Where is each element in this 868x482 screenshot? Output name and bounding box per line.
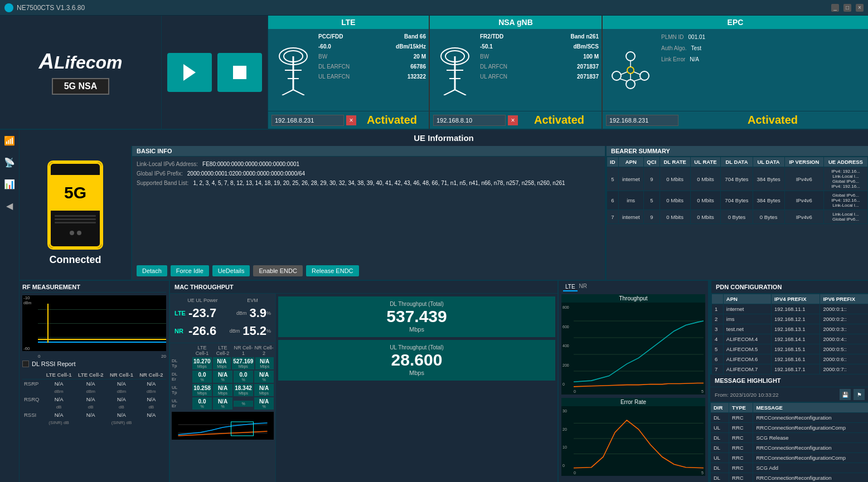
svg-line-24 [633,79,642,81]
band-list-row: Supported Band List: 1, 2, 3, 4, 5, 7, 8… [137,178,600,188]
bearer-addr-3: Link-Local I...Global IPv6... [823,210,867,224]
epc-badge: EPC [603,16,868,29]
bearer-table: ID APN QCI DL RATE UL RATE DL DATA UL DA… [607,157,868,224]
nr-evm-unit: % [266,328,271,334]
error-rate-chart: Error Rate 30 20 10 0 [561,398,705,476]
message-action-icons: 💾 ⚑ [840,389,865,400]
throughput-chart-title: Throughput [561,294,705,303]
epc-footer: Activated [603,111,868,129]
maximize-button[interactable]: □ [843,4,851,12]
rssi-checkbox[interactable] [22,361,29,367]
nsa-ip-input[interactable] [433,115,506,126]
nr-evm-value: 15.2 [243,324,266,338]
rf-chart: -10 -60 dBm [22,295,166,351]
release-endc-button[interactable]: Release ENDC [306,265,359,276]
rsrq-row: RSRQ N/AN/AN/AN/A [22,395,166,403]
close-button[interactable]: × [856,4,864,12]
rf-col-lte2: LTE Cell-2 [75,371,106,379]
throughput-chart: Throughput 800 600 400 200 0 [561,294,705,395]
pdn-col-num [712,294,724,304]
lte-band: Band 66 [404,32,426,42]
nr-power-unit: dBm [230,328,240,334]
nsa-disconnect-button[interactable]: × [508,115,518,125]
lte-card-body: PCC/FDD Band 66 -60.0 dBm/15kHz BW 20 M … [268,29,429,111]
lte-footer: × Activated [268,111,429,129]
left-sidebar: 📶 📡 📊 ◀ [0,130,20,482]
header: ALifecom 5G NSA LTE [0,16,868,130]
lte-evm-unit: % [266,310,271,316]
message-save-button[interactable]: 💾 [840,389,851,400]
nsa-dl-label: DL ARFCN [480,62,507,72]
lte-info: PCC/FDD Band 66 -60.0 dBm/15kHz BW 20 M … [318,29,429,111]
sidebar-chart-icon[interactable]: 📊 [4,179,15,189]
lte-dl-label: DL EARFCN [318,62,350,72]
lte-tab[interactable]: LTE [563,283,578,291]
lte-ul-val: 132322 [408,72,426,82]
detach-button[interactable]: Detach [137,265,167,276]
lte-ip-input[interactable] [271,115,344,126]
plmn-label: PLMN ID [661,32,684,43]
bearer-section: BEARER SUMMARY ID APN QCI DL RATE UL [606,146,868,280]
logo-section: ALifecom 5G NSA [0,16,162,129]
nsa-activated-text: Activated [520,114,598,126]
force-idle-button[interactable]: Force Idle [171,265,209,276]
evm-label: EVM [247,298,258,303]
title-bar-text: NE7500CTS V1.3.6.80 [17,4,831,12]
msg-col-message: MESSAGE [753,403,868,413]
pdn-row: 7ALIFECOM.7192.168.17.12000:0:7:: [712,364,869,374]
lte-mode: PCC/FDD [318,32,343,42]
lte-evm-value: 3.9 [249,306,266,320]
nsa-bw-label: BW [480,52,489,62]
nsa-bw: 100 M [583,52,599,62]
bearer-scroll[interactable]: ID APN QCI DL RATE UL RATE DL DATA UL DA… [607,157,868,280]
svg-line-5 [282,90,293,95]
minimize-button[interactable]: _ [831,4,839,12]
lte-disconnect-button[interactable]: × [346,115,356,125]
rssi-row: RSSI N/AN/AN/AN/A [22,411,166,419]
main-container: ALifecom 5G NSA LTE [0,16,868,482]
bearer-col-apn: APN [618,157,643,167]
nsa-card: NSA gNB FR2/TDD Ba [430,16,603,129]
nr-ul-power-value: -26.6 [188,324,230,338]
lte-dl-val: 66786 [410,62,426,72]
basic-info-content: Link-Local IPv6 Address: FE80:0000:0000:… [132,157,605,262]
rf-spike [47,304,49,343]
message-filter-button[interactable]: ⚑ [854,389,865,400]
sidebar-antenna-icon[interactable]: 📡 [4,157,15,168]
pdn-col-ipv6: IPV6 PREFIX [820,294,868,304]
nr-signal-line [38,342,166,343]
sidebar-wifi-icon[interactable]: 📶 [4,135,15,146]
bearer-col-dldata: DL DATA [721,157,753,167]
message-row: DLRRCRRCConnectionReconfiguration [711,413,869,423]
lte-card: LTE PCC/FDD [268,16,430,129]
error-rate-title: Error Rate [561,398,705,406]
bearer-row-3: 7internet90 Mbits0 Mbits0 Bytes0 BytesIP… [607,210,868,224]
rsrp-unit-row: dBmdBmdBmdBm [22,388,166,395]
basic-info-section: BASIC INFO Link-Local IPv6 Address: FE80… [131,146,606,280]
nsa-mode: FR2/TDD [480,32,503,42]
rsrq-unit-row: dBdBdBdB [22,403,166,411]
rf-col-nr1: NR Cell-1 [106,371,136,379]
ipv6-prefix-row: Global IPv6 Prefix: 2000:0000:0001:0200:… [137,169,600,178]
link-error-value: N/A [690,54,699,65]
sidebar-arrow-icon[interactable]: ◀ [6,201,13,211]
rssi-label: DL RSSI Report [32,361,75,367]
nsa-dl-val: 2071837 [577,62,599,72]
bearer-col-ipver: IP VERSION [784,157,823,167]
ue-details-button[interactable]: UeDetails [212,265,250,276]
bearer-col-dlrate: DL RATE [660,157,690,167]
svg-line-13 [455,90,466,95]
nsa-ul-label: UL ARFCN [480,72,507,82]
nr-power-label: NR [174,328,188,334]
message-content: DIR TYPE MESSAGE DLRRCRRCConnectionRecon… [710,402,868,482]
lte-ul-label: UL EARFCN [318,72,350,82]
nr-tab[interactable]: NR [579,283,587,291]
rf-col-lte1: LTE Cell-1 [43,371,75,379]
lte-ul-power-value: -23.7 [188,306,236,320]
epc-ip-input[interactable] [606,115,678,126]
app-icon [4,3,13,12]
svg-point-18 [627,67,634,74]
stop-button[interactable] [217,53,262,92]
bearer-col-ueaddr: UE ADDRESS [823,157,867,167]
play-button[interactable] [167,53,212,92]
